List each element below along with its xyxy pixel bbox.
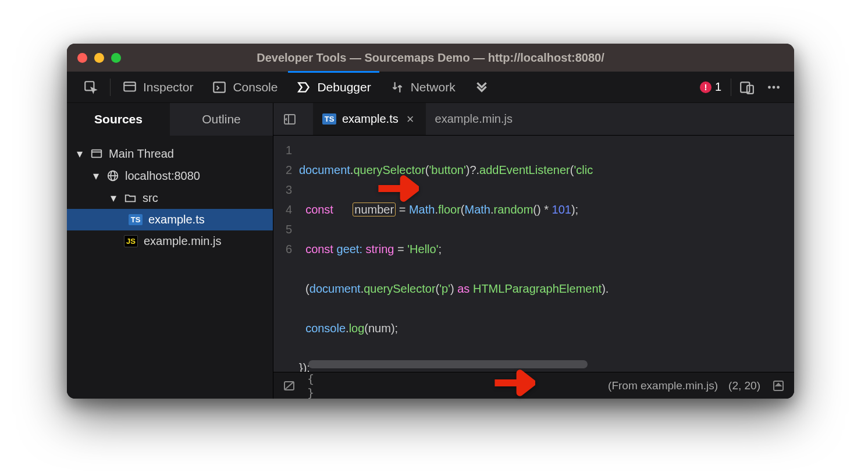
annotation-arrow-icon <box>377 172 419 207</box>
responsive-mode-button[interactable] <box>735 72 759 103</box>
editor-pane: TS example.ts × example.min.js 123456 do… <box>273 103 794 399</box>
overflow-tabs-button[interactable] <box>466 72 497 103</box>
editor-tab-label: example.min.js <box>435 112 513 126</box>
sidebar-tab-sources[interactable]: Sources <box>67 103 170 136</box>
tab-console[interactable]: Console <box>204 72 286 103</box>
editor-tab-label: example.ts <box>342 112 399 126</box>
chevron-down-icon: ▾ <box>75 147 84 161</box>
tree-host[interactable]: ▾ localhost:8080 <box>67 165 273 187</box>
close-tab-button[interactable]: × <box>404 112 417 127</box>
globe-icon <box>106 169 119 182</box>
annotation-arrow-icon <box>493 367 535 402</box>
editor-tabs: TS example.ts × example.min.js <box>273 103 794 136</box>
gutter: 123456 <box>273 136 299 372</box>
tree-folder-src[interactable]: ▾ src <box>67 187 273 209</box>
tree-main-thread[interactable]: ▾ Main Thread <box>67 143 273 165</box>
tab-debugger[interactable]: Debugger <box>288 72 379 103</box>
tab-network[interactable]: Network <box>382 72 464 103</box>
tree-file-example-ts[interactable]: TS example.ts <box>67 209 273 230</box>
javascript-icon: JS <box>124 235 138 247</box>
svg-rect-1 <box>124 82 136 91</box>
sourcemap-origin: (From example.min.js) <box>608 379 718 392</box>
error-count-badge[interactable]: 1 <box>694 80 727 94</box>
pretty-print-button[interactable]: { } <box>307 378 322 393</box>
pick-element-button[interactable] <box>75 72 106 103</box>
editor-tab-example-min-js[interactable]: example.min.js <box>426 103 522 135</box>
toggle-sidebar-button[interactable] <box>278 108 301 131</box>
svg-line-17 <box>284 382 294 390</box>
tree-label: example.min.js <box>144 235 221 248</box>
tree-label: Main Thread <box>109 147 174 161</box>
sidebar-tab-outline[interactable]: Outline <box>170 103 273 136</box>
traffic-lights <box>77 53 121 63</box>
map-scopes-icon[interactable] <box>771 378 786 393</box>
sidebar: Sources Outline ▾ Main Thread ▾ localhos… <box>67 103 273 399</box>
folder-icon <box>124 191 137 204</box>
source-tree: ▾ Main Thread ▾ localhost:8080 ▾ src TS … <box>67 136 273 259</box>
svg-rect-9 <box>92 150 102 158</box>
tab-inspector[interactable]: Inspector <box>114 72 201 103</box>
typescript-icon: TS <box>322 113 336 125</box>
kebab-menu-button[interactable] <box>762 72 786 103</box>
close-window-button[interactable] <box>77 53 87 63</box>
code-content: document.querySelector('button')?.addEve… <box>299 136 794 372</box>
svg-point-7 <box>773 86 775 88</box>
horizontal-scrollbar[interactable] <box>308 360 588 368</box>
tree-label: localhost:8080 <box>125 169 200 183</box>
tab-network-label: Network <box>411 80 456 94</box>
toolbar: Inspector Console Debugger Network 1 <box>67 72 794 103</box>
code-editor[interactable]: 123456 document.querySelector('button')?… <box>273 136 794 372</box>
zoom-window-button[interactable] <box>111 53 121 63</box>
window-icon <box>90 147 103 160</box>
titlebar: Developer Tools — Sourcemaps Demo — http… <box>67 44 794 72</box>
tab-inspector-label: Inspector <box>143 80 193 94</box>
typescript-icon: TS <box>129 214 143 225</box>
devtools-window: Developer Tools — Sourcemaps Demo — http… <box>67 44 794 399</box>
chevron-down-icon: ▾ <box>109 191 118 205</box>
tree-label: example.ts <box>148 213 205 226</box>
svg-rect-3 <box>214 82 226 92</box>
blackbox-icon[interactable] <box>282 378 297 393</box>
chevron-down-icon: ▾ <box>91 169 101 183</box>
sidebar-tabs: Sources Outline <box>67 103 273 136</box>
tree-file-example-min-js[interactable]: JS example.min.js <box>67 230 273 252</box>
svg-point-8 <box>777 86 780 88</box>
cursor-position: (2, 20) <box>728 379 760 392</box>
tree-label: src <box>143 191 158 205</box>
tab-debugger-label: Debugger <box>317 80 371 94</box>
window-title: Developer Tools — Sourcemaps Demo — http… <box>67 51 794 65</box>
svg-point-6 <box>768 86 771 88</box>
error-icon <box>700 81 712 93</box>
minimize-window-button[interactable] <box>94 53 104 63</box>
editor-tab-example-ts[interactable]: TS example.ts × <box>313 103 426 135</box>
tab-console-label: Console <box>233 80 278 94</box>
error-count: 1 <box>715 80 721 94</box>
svg-rect-4 <box>741 82 749 92</box>
